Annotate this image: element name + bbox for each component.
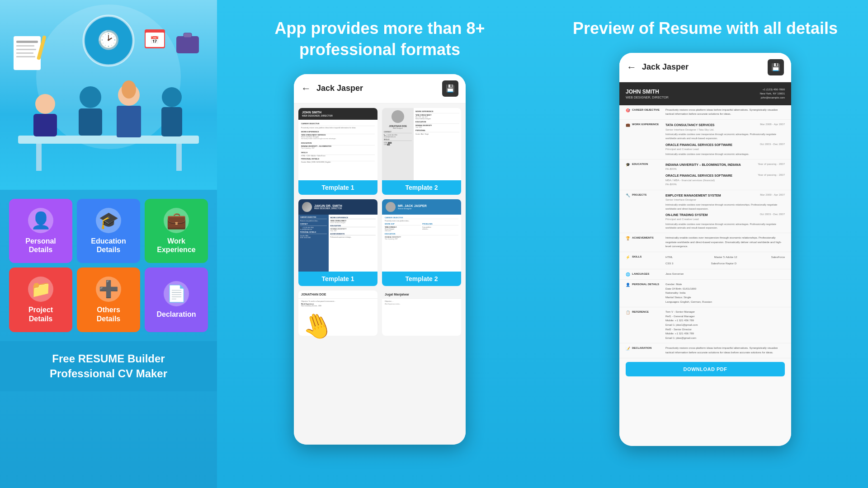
work-experience-content: TATA CONSULTANCY SERVICES Mar 2008 - Apr… <box>665 122 785 156</box>
personal-details-content: Gender: Male Date Of Birth: 01/01/1990 N… <box>665 282 785 304</box>
right-save-icon[interactable]: 💾 <box>768 59 784 75</box>
objective-icon: 🎯 <box>626 108 630 113</box>
footer-text: Free RESUME Builder Professional CV Make… <box>10 351 207 381</box>
skills-icon-resume: ⚡ <box>626 255 630 259</box>
languages-section: 🌐 LANGUAGES Java-Sorcerian <box>619 269 791 280</box>
template-2-label: Template 2 <box>382 180 461 195</box>
svg-rect-3 <box>18 136 199 144</box>
template-1-label: Template 1 <box>298 180 377 195</box>
reference-icon-resume: 📋 <box>626 310 630 314</box>
education-details-button[interactable]: 🎓 EducationDetails <box>77 199 140 263</box>
svg-point-13 <box>162 87 182 107</box>
svg-rect-24 <box>16 52 33 54</box>
svg-text:📅: 📅 <box>150 36 159 44</box>
template-1-preview: JOHN SMITHWEB DESIGNER, DIRECTOR CAREER … <box>298 108 377 180</box>
achievements-section: 🏆 ACHIEVEMENTS Intrinsically enable cook… <box>619 233 791 252</box>
personal-label: Personal Details <box>14 237 68 254</box>
education-section: 🎓 EDUCATION INDIANA UNIVERSITY – BLOOMIN… <box>619 160 791 190</box>
resume-name: JOHN SMITH <box>626 89 669 95</box>
personal-icon: 👤 <box>28 208 53 233</box>
template-card-4[interactable]: MR. JACK JASPER Senior Designer CAREER O… <box>382 199 461 286</box>
middle-panel: App provides more than 8+ professional f… <box>217 0 542 488</box>
reference-content: Tom V - Senior Manager Ref1 - General Ma… <box>665 310 785 340</box>
right-phone-header: ← Jack Jasper 💾 <box>619 53 791 82</box>
education-icon: 🎓 <box>96 208 121 233</box>
template-card-6[interactable]: Jugal Manjalwar Objective: ... Work Expe… <box>382 291 461 336</box>
svg-rect-4 <box>36 144 42 171</box>
middle-phone-title: Jack Jasper <box>316 84 437 93</box>
project-icon: 📁 <box>28 277 53 302</box>
education-label: EducationDetails <box>91 237 126 254</box>
middle-title: App provides more than 8+ professional f… <box>231 18 529 61</box>
project-label: ProjectDetails <box>28 305 53 323</box>
svg-text:🕑: 🕑 <box>97 29 120 51</box>
template-card-1[interactable]: JOHN SMITHWEB DESIGNER, DIRECTOR CAREER … <box>298 108 377 195</box>
work-experience-section: 💼 WORK EXPERIENCE TATA CONSULTANCY SERVI… <box>619 120 791 160</box>
template-card-5[interactable]: JONATHAN DOE Objective: To work in a fas… <box>298 291 377 336</box>
svg-rect-5 <box>176 144 182 171</box>
svg-rect-25 <box>16 56 35 57</box>
middle-phone-header: ← Jack Jasper 💾 <box>294 74 466 103</box>
svg-point-6 <box>35 94 55 114</box>
template-3-label: Template 1 <box>298 272 377 286</box>
template-card-3[interactable]: JAKUN DR. SMITH WEB DESIGNER, DIRECTOR C… <box>298 199 377 286</box>
svg-rect-12 <box>117 106 141 137</box>
career-objective-content: Proactively restore cross-platform ideas… <box>665 108 785 117</box>
declaration-label: Declaration <box>156 310 196 319</box>
middle-back-button[interactable]: ← <box>301 83 311 94</box>
skill-css: CSS 3SalesForce <box>665 261 725 267</box>
right-back-button[interactable]: ← <box>627 61 637 73</box>
skill-adobe: Adobe 12SalesForce <box>726 255 785 260</box>
template-card-2[interactable]: JONATHAN DOE Web Designer CONTACT 📞 +1 (… <box>382 108 461 195</box>
declaration-icon-resume: 📝 <box>626 347 630 351</box>
svg-rect-21 <box>16 41 38 43</box>
education-content: INDIANA UNIVERSITY – BLOOMINGTON, INDIAN… <box>665 162 785 187</box>
svg-point-8 <box>80 86 101 108</box>
right-panel: Preview of Resume with all details ← Jac… <box>542 0 868 488</box>
template-4-preview: MR. JACK JASPER Senior Designer CAREER O… <box>382 199 461 272</box>
svg-rect-16 <box>184 33 192 38</box>
others-details-button[interactable]: ➕ OthersDetails <box>77 267 140 332</box>
declaration-button[interactable]: 📄 Declaration <box>145 267 208 332</box>
skill-raptor: Raptor D <box>726 261 785 267</box>
template-4-label: Template 2 <box>382 272 461 286</box>
middle-save-icon[interactable]: 💾 <box>442 80 458 97</box>
resume-subtitle: WEB DESIGNER, DIRECTOR <box>626 96 669 99</box>
skill-html: HTMLMaster 5 <box>665 255 725 260</box>
right-title: Preview of Resume with all details <box>573 18 838 39</box>
personal-details-button[interactable]: 👤 Personal Details <box>9 199 72 263</box>
projects-content: EMPLOYEE MANAGEMENT SYSTEM Mar 2009 - Ap… <box>665 193 785 230</box>
others-label: OthersDetails <box>97 305 120 323</box>
download-pdf-button[interactable]: DOWNLOAD PDF <box>626 362 785 376</box>
resume-contact: +1 (123) 456-7890 New York, NY 10001 joh… <box>760 88 785 100</box>
languages-icon-resume: 🌐 <box>626 272 630 277</box>
templates-content[interactable]: JOHN SMITHWEB DESIGNER, DIRECTOR CAREER … <box>294 103 466 445</box>
svg-point-11 <box>122 80 136 99</box>
skills-grid: HTMLMaster 5 Adobe 12SalesForce CSS 3Sal… <box>665 255 785 266</box>
project-details-button[interactable]: 📁 ProjectDetails <box>9 267 72 332</box>
svg-rect-15 <box>176 36 199 53</box>
achievements-icon-resume: 🏆 <box>626 236 630 240</box>
work-label: WorkExperience <box>157 237 195 254</box>
skills-content: HTMLMaster 5 Adobe 12SalesForce CSS 3Sal… <box>665 255 785 266</box>
right-phone-title: Jack Jasper <box>642 62 762 72</box>
templates-grid: JOHN SMITHWEB DESIGNER, DIRECTOR CAREER … <box>298 108 461 336</box>
reference-section: 📋 REFERENCE Tom V - Senior Manager Ref1 … <box>619 307 791 343</box>
resume-preview[interactable]: JOHN SMITH WEB DESIGNER, DIRECTOR +1 (12… <box>619 82 791 446</box>
work-experience-button[interactable]: 💼 WorkExperience <box>145 199 208 263</box>
projects-icon-resume: 🔧 <box>626 193 630 197</box>
illustration-area: 🕑 📅 <box>0 0 217 190</box>
resume-header-bar: JOHN SMITH WEB DESIGNER, DIRECTOR +1 (12… <box>619 82 791 105</box>
work-icon-resume: 💼 <box>626 123 630 127</box>
svg-rect-9 <box>79 108 102 136</box>
svg-rect-14 <box>161 107 182 136</box>
others-icon: ➕ <box>96 277 121 302</box>
middle-phone-mockup: ← Jack Jasper 💾 JOHN SMITHWEB DESIGNER, … <box>294 74 466 445</box>
svg-rect-7 <box>33 114 57 136</box>
declaration-content: Proactively restore cross-platform ideas… <box>665 346 785 355</box>
personal-icon-resume: 👤 <box>626 283 630 287</box>
left-panel: 🕑 📅 <box>0 0 217 488</box>
right-phone-mockup: ← Jack Jasper 💾 JOHN SMITH WEB DESIGNER,… <box>619 53 791 446</box>
template-5-preview: JONATHAN DOE Objective: To work in a fas… <box>298 291 377 336</box>
achievements-content: Intrinsically enable cookies over inexpe… <box>665 236 785 249</box>
